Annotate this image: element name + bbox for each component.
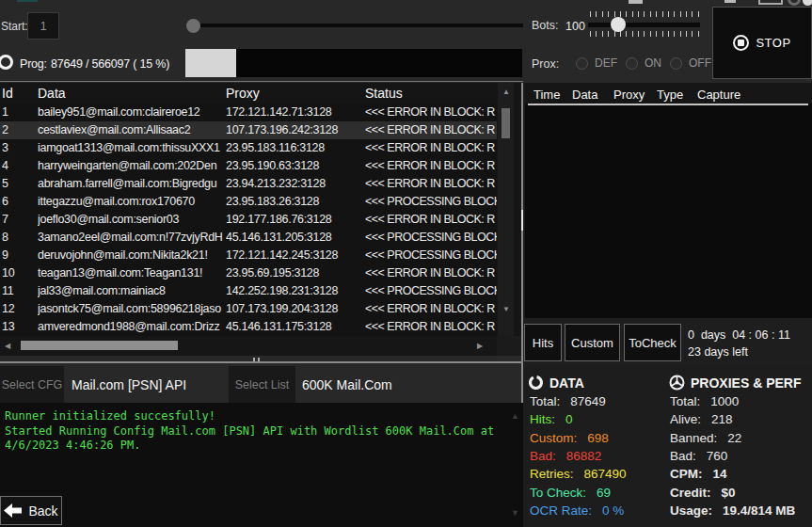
cell-status: <<< ERROR IN BLOCK: R xyxy=(365,300,497,318)
search-icon[interactable] xyxy=(788,0,801,6)
progress-radio[interactable] xyxy=(0,55,13,70)
log-scroll-down-icon[interactable]: ▼ xyxy=(511,509,519,517)
timer-remaining: 23 days left xyxy=(688,345,748,359)
cell-proxy: 172.121.142.245:3128 xyxy=(226,247,364,264)
cell-proxy: 23.95.69.195:3128 xyxy=(226,264,364,282)
horizontal-splitter[interactable] xyxy=(0,361,523,363)
vertical-scrollbar-thumb[interactable] xyxy=(502,108,510,138)
titlebar-icon-fragment[interactable] xyxy=(724,0,736,3)
log-line: Runner initialized succesfully! xyxy=(5,409,524,424)
start-input[interactable]: 1 xyxy=(27,12,59,40)
cell-id: 8 xyxy=(2,229,34,247)
hits-col-capture: Capture xyxy=(697,88,740,102)
table-row[interactable]: 13amveredmond1988@mail.com:Drizz45.146.1… xyxy=(0,318,497,336)
list-name: 600K Mail.Com xyxy=(302,377,392,392)
table-row[interactable]: 6ittegazzu@mail.com:rox17067023.95.183.2… xyxy=(0,193,497,211)
titlebar-icon-fragment xyxy=(17,0,38,2)
proxy-stats-list: Total:1000Alive:218Banned:22Bad:760CPM:1… xyxy=(670,392,795,519)
start-slider[interactable] xyxy=(188,24,523,27)
results-table-header: Id Data Proxy Status xyxy=(0,83,497,104)
stat-value: 760 xyxy=(707,449,728,463)
cell-proxy: 142.252.198.231:3128 xyxy=(226,282,364,300)
cell-status: <<< ERROR IN BLOCK: R xyxy=(365,121,497,139)
horizontal-scrollbar[interactable]: ◀ ▶ xyxy=(0,336,497,356)
cell-status: <<< ERROR IN BLOCK: R xyxy=(365,104,497,121)
horizontal-scrollbar-thumb[interactable] xyxy=(21,341,178,350)
cell-data: ittegazzu@mail.com:rox170670 xyxy=(38,193,223,211)
cell-proxy: 23.95.183.26:3128 xyxy=(226,193,364,211)
stat-row: To Check:69 xyxy=(530,483,627,501)
hits-panel-header-underline xyxy=(528,104,808,105)
prox-radio-off[interactable] xyxy=(670,57,682,70)
stat-label: CPM: xyxy=(670,467,703,481)
table-row[interactable]: 3iamgoat1313@mail.com:thissuXXX123.95.18… xyxy=(0,139,497,157)
scroll-left-icon[interactable]: ◀ xyxy=(5,343,10,350)
back-label: Back xyxy=(28,503,57,519)
progress-bar xyxy=(185,49,522,77)
stat-row: Bad:86882 xyxy=(530,447,627,465)
progress-label: Prog: xyxy=(20,57,47,71)
cell-data: jal33@mail.com:mainiac8 xyxy=(38,282,223,300)
cell-status: <<< PROCESSING BLOCK xyxy=(365,229,497,247)
table-row[interactable]: 2cestlaviex@mail.com:Allisaac2107.173.19… xyxy=(0,121,497,139)
scroll-up-icon[interactable]: ▲ xyxy=(502,88,510,96)
cell-id: 12 xyxy=(2,300,34,318)
start-slider-thumb[interactable] xyxy=(186,19,200,33)
log-console: Runner initialized succesfully!Started R… xyxy=(0,403,524,527)
stat-label: Credit: xyxy=(670,486,711,500)
tab-tocheck[interactable]: ToCheck xyxy=(624,324,681,361)
table-row[interactable]: 9deruvojohn@mail.com:Nikita2k21!172.121.… xyxy=(0,247,497,264)
cell-id: 3 xyxy=(2,139,34,157)
timer-elapsed: 0 days 04 : 06 : 11 xyxy=(688,328,790,342)
prox-radio-label: OFF xyxy=(689,56,711,70)
stat-value: 86882 xyxy=(566,449,602,463)
horizontal-splitter-grip[interactable] xyxy=(253,358,263,361)
table-row[interactable]: 12jasontck75@mail.com:58996218jaso107.17… xyxy=(0,300,497,318)
stat-value: 867490 xyxy=(584,467,627,481)
back-button[interactable]: Back xyxy=(0,496,62,525)
tab-custom[interactable]: Custom xyxy=(565,324,620,361)
cell-data: amveredmond1988@mail.com:Drizz xyxy=(38,318,223,336)
tab-hits[interactable]: Hits xyxy=(524,324,562,361)
stop-button[interactable]: STOP xyxy=(712,7,812,79)
bots-slider-ticks xyxy=(590,11,699,17)
cell-proxy: 45.146.131.175:3128 xyxy=(226,318,364,336)
stat-label: Total: xyxy=(530,394,560,408)
minimize-icon[interactable] xyxy=(629,0,643,4)
stat-row: Bad:760 xyxy=(670,447,795,465)
scrollbar-corner xyxy=(497,336,523,356)
vertical-scrollbar[interactable]: ▲ ▼ xyxy=(498,83,514,336)
table-row[interactable]: 11jal33@mail.com:mainiac8142.252.198.231… xyxy=(0,282,497,300)
prox-radio-def[interactable] xyxy=(576,57,588,70)
scroll-right-icon[interactable]: ▶ xyxy=(477,343,483,350)
scroll-down-icon[interactable]: ▼ xyxy=(502,306,510,313)
table-row[interactable]: 4harryweingarten@mail.com:202Den23.95.19… xyxy=(0,157,497,175)
prox-radio-on[interactable] xyxy=(626,57,638,70)
table-row[interactable]: 7joeflo30@mail.com:senior03192.177.186.7… xyxy=(0,211,497,229)
cell-status: <<< ERROR IN BLOCK: R xyxy=(365,318,497,336)
cell-status: <<< PROCESSING BLOCK xyxy=(365,193,497,211)
cell-status: <<< ERROR IN BLOCK: R xyxy=(365,157,497,175)
table-row[interactable]: 5abraham.farrell@mail.com:Bigredgu23.94.… xyxy=(0,175,497,193)
stat-row: Banned:22 xyxy=(670,429,795,447)
close-icon[interactable] xyxy=(803,0,812,6)
cell-id: 9 xyxy=(2,247,34,264)
select-cfg-button[interactable]: Select CFG xyxy=(0,366,64,403)
cell-id: 7 xyxy=(2,211,34,229)
cell-status: <<< ERROR IN BLOCK: R xyxy=(365,175,497,193)
bots-slider[interactable] xyxy=(588,23,700,27)
top-divider xyxy=(0,81,523,82)
stat-row: Credit:$0 xyxy=(670,483,795,501)
bots-slider-ticks xyxy=(590,31,699,37)
results-table: 1bailey951@mail.com:claireroe12172.121.1… xyxy=(0,104,497,336)
cell-id: 4 xyxy=(2,157,34,175)
bots-slider-thumb[interactable] xyxy=(611,17,626,32)
table-row[interactable]: 10teagan13@mail.com:Teagan131!23.95.69.1… xyxy=(0,264,497,282)
cell-status: <<< ERROR IN BLOCK: R xyxy=(365,211,497,229)
table-row[interactable]: 83amano2eel@mail.com:n!77zvjyRdH45.146.1… xyxy=(0,229,497,247)
log-scroll-up-icon[interactable]: ▲ xyxy=(511,412,519,420)
select-list-button[interactable]: Select List xyxy=(229,366,295,403)
hits-panel: TimeDataProxyTypeCapture xyxy=(525,83,812,318)
maximize-icon[interactable] xyxy=(758,0,783,5)
table-row[interactable]: 1bailey951@mail.com:claireroe12172.121.1… xyxy=(0,104,497,121)
